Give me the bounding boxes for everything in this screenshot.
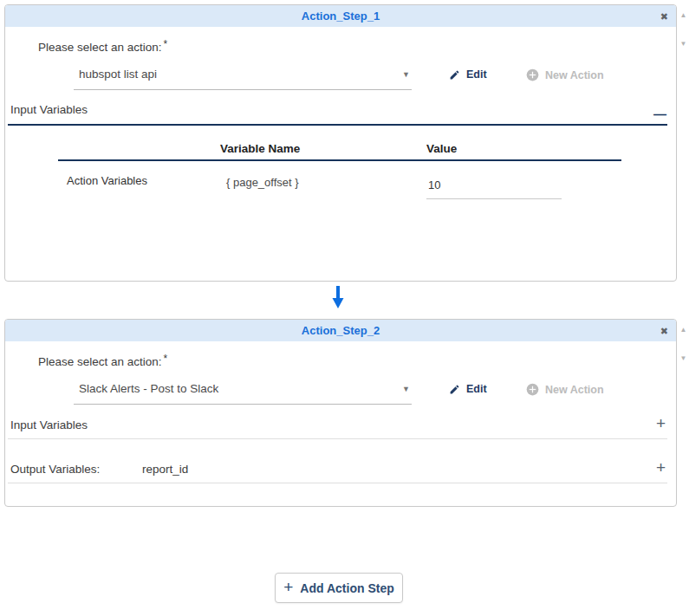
action-step-1-title: Action_Step_1 (302, 10, 380, 23)
collapse-input-variables-button[interactable]: — (653, 107, 666, 120)
variable-value-input[interactable] (426, 177, 562, 199)
action-variables-row-label: Action Variables (67, 174, 147, 187)
input-variables-label: Input Variables (10, 103, 88, 116)
new-action-label: New Action (545, 384, 604, 396)
new-action-label: New Action (545, 69, 604, 81)
pencil-icon (449, 384, 460, 395)
add-action-step-label: Add Action Step (300, 581, 393, 595)
input-variables-divider (8, 438, 667, 439)
new-action-button[interactable]: New Action (526, 383, 604, 396)
plus-circle-icon (526, 383, 539, 396)
action-step-2-header: Action_Step_2 ✖ (5, 320, 676, 341)
select-action-label: Please select an action:* (38, 353, 167, 368)
action-step-2-card: Action_Step_2 ✖ Please select an action:… (4, 319, 677, 507)
output-variables-divider (8, 483, 667, 483)
action-step-2-title: Action_Step_2 (302, 324, 380, 337)
required-marker: * (164, 353, 168, 365)
action-select-dropdown[interactable]: hubspot list api ▼ (74, 64, 412, 90)
chevron-down-icon[interactable]: ▼ (402, 70, 410, 79)
action-select-value: Slack Alerts - Post to Slack (79, 382, 218, 395)
scroll-down-icon[interactable]: ▼ (679, 355, 688, 362)
required-marker: * (164, 38, 168, 50)
scroll-up-icon[interactable]: ▲ (679, 327, 688, 334)
output-variable-value: report_id (142, 463, 188, 476)
flow-down-arrow-icon (330, 285, 346, 311)
edit-action-button[interactable]: Edit (449, 68, 487, 81)
close-icon[interactable]: ✖ (660, 326, 668, 335)
edit-label: Edit (466, 383, 487, 395)
column-header-value: Value (426, 142, 457, 155)
edit-label: Edit (466, 68, 487, 81)
pencil-icon (449, 69, 460, 81)
expand-output-variables-button[interactable]: + (656, 459, 666, 476)
close-icon[interactable]: ✖ (660, 11, 668, 21)
input-variables-divider (8, 124, 667, 126)
edit-action-button[interactable]: Edit (449, 383, 487, 395)
select-action-label: Please select an action:* (38, 38, 167, 54)
output-variables-label: Output Variables: (10, 463, 100, 476)
variable-name-cell: { page_offset } (226, 176, 299, 189)
expand-input-variables-button[interactable]: + (656, 415, 666, 431)
plus-circle-icon (526, 68, 539, 81)
scroll-up-icon[interactable]: ▲ (679, 12, 688, 19)
action-select-dropdown[interactable]: Slack Alerts - Post to Slack ▼ (74, 379, 412, 405)
scroll-down-icon[interactable]: ▼ (679, 41, 688, 48)
action-step-1-header: Action_Step_1 ✖ (5, 5, 676, 27)
action-step-1-card: Action_Step_1 ✖ Please select an action:… (4, 4, 677, 282)
card-scrollbar[interactable]: ▲ ▼ (678, 6, 689, 280)
action-select-value: hubspot list api (79, 68, 157, 81)
input-variables-label: Input Variables (10, 418, 88, 431)
chevron-down-icon[interactable]: ▼ (402, 385, 410, 393)
plus-icon: + (283, 579, 293, 595)
column-header-variable-name: Variable Name (220, 142, 300, 155)
card-scrollbar[interactable]: ▲ ▼ (678, 321, 689, 505)
new-action-button[interactable]: New Action (526, 68, 604, 81)
table-header-divider (58, 159, 621, 161)
add-action-step-button[interactable]: + Add Action Step (275, 573, 403, 603)
